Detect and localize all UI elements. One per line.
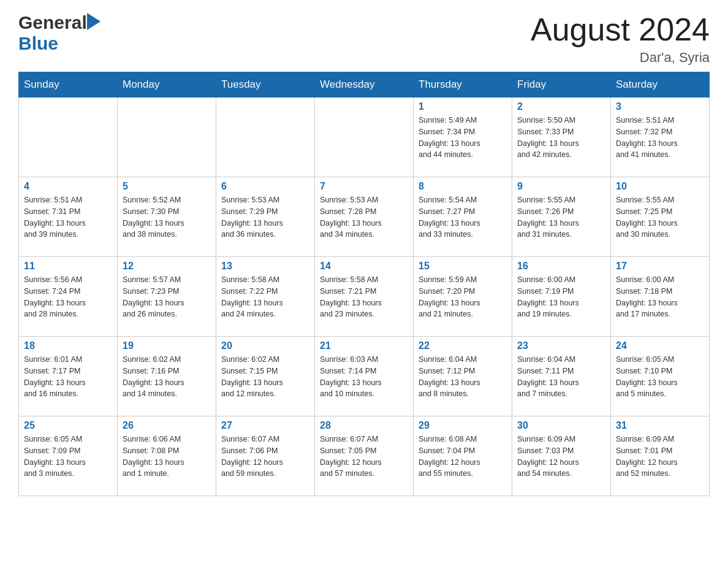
calendar-day-cell: 13Sunrise: 5:58 AM Sunset: 7:22 PM Dayli…: [216, 257, 315, 337]
calendar-day-cell: 26Sunrise: 6:06 AM Sunset: 7:08 PM Dayli…: [118, 416, 216, 496]
day-number: 27: [221, 420, 309, 431]
day-number: 20: [221, 340, 309, 351]
logo-blue-text: Blue: [18, 33, 58, 54]
day-info: Sunrise: 6:09 AM Sunset: 7:01 PM Dayligh…: [616, 434, 704, 480]
calendar-day-cell: [118, 98, 216, 177]
day-info: Sunrise: 6:02 AM Sunset: 7:16 PM Dayligh…: [123, 354, 211, 400]
calendar-day-cell: 8Sunrise: 5:54 AM Sunset: 7:27 PM Daylig…: [414, 177, 512, 257]
day-info: Sunrise: 6:00 AM Sunset: 7:18 PM Dayligh…: [616, 274, 704, 320]
calendar-header-saturday: Saturday: [611, 72, 710, 98]
day-info: Sunrise: 5:53 AM Sunset: 7:29 PM Dayligh…: [221, 194, 309, 240]
page-header: General Blue August 2024 Dar'a, Syria: [18, 12, 710, 66]
calendar-week-2: 4Sunrise: 5:51 AM Sunset: 7:31 PM Daylig…: [19, 177, 710, 257]
calendar-header-wednesday: Wednesday: [315, 72, 414, 98]
calendar-day-cell: 1Sunrise: 5:49 AM Sunset: 7:34 PM Daylig…: [414, 98, 512, 177]
calendar-day-cell: 11Sunrise: 5:56 AM Sunset: 7:24 PM Dayli…: [19, 257, 118, 337]
day-number: 26: [123, 420, 211, 431]
day-number: 8: [419, 181, 507, 192]
day-info: Sunrise: 5:59 AM Sunset: 7:20 PM Dayligh…: [419, 274, 507, 320]
day-info: Sunrise: 5:55 AM Sunset: 7:25 PM Dayligh…: [616, 194, 704, 240]
day-number: 5: [123, 181, 211, 192]
logo-arrow-icon: [87, 13, 100, 30]
day-info: Sunrise: 5:57 AM Sunset: 7:23 PM Dayligh…: [123, 274, 211, 320]
calendar-day-cell: 30Sunrise: 6:09 AM Sunset: 7:03 PM Dayli…: [512, 416, 611, 496]
day-info: Sunrise: 5:51 AM Sunset: 7:32 PM Dayligh…: [616, 115, 704, 161]
day-number: 29: [419, 420, 507, 431]
day-info: Sunrise: 6:07 AM Sunset: 7:05 PM Dayligh…: [320, 434, 408, 480]
calendar-day-cell: 16Sunrise: 6:00 AM Sunset: 7:19 PM Dayli…: [512, 257, 611, 337]
day-info: Sunrise: 6:01 AM Sunset: 7:17 PM Dayligh…: [24, 354, 112, 400]
page-title: August 2024: [531, 12, 710, 47]
day-number: 30: [517, 420, 605, 431]
day-info: Sunrise: 6:03 AM Sunset: 7:14 PM Dayligh…: [320, 354, 408, 400]
calendar-header-friday: Friday: [512, 72, 611, 98]
day-number: 18: [24, 340, 112, 351]
day-number: 23: [517, 340, 605, 351]
calendar-day-cell: [216, 98, 315, 177]
day-info: Sunrise: 6:08 AM Sunset: 7:04 PM Dayligh…: [419, 434, 507, 480]
day-number: 9: [517, 181, 605, 192]
day-info: Sunrise: 5:56 AM Sunset: 7:24 PM Dayligh…: [24, 274, 112, 320]
calendar-day-cell: 14Sunrise: 5:58 AM Sunset: 7:21 PM Dayli…: [315, 257, 414, 337]
day-info: Sunrise: 6:09 AM Sunset: 7:03 PM Dayligh…: [517, 434, 605, 480]
calendar-day-cell: 27Sunrise: 6:07 AM Sunset: 7:06 PM Dayli…: [216, 416, 315, 496]
day-number: 16: [517, 261, 605, 272]
day-info: Sunrise: 5:54 AM Sunset: 7:27 PM Dayligh…: [419, 194, 507, 240]
day-number: 13: [221, 261, 309, 272]
day-number: 2: [517, 101, 605, 112]
day-number: 4: [24, 181, 112, 192]
calendar-header-monday: Monday: [118, 72, 216, 98]
calendar-day-cell: 24Sunrise: 6:05 AM Sunset: 7:10 PM Dayli…: [611, 337, 710, 416]
day-number: 10: [616, 181, 704, 192]
day-number: 21: [320, 340, 408, 351]
day-info: Sunrise: 5:52 AM Sunset: 7:30 PM Dayligh…: [123, 194, 211, 240]
day-number: 6: [221, 181, 309, 192]
day-info: Sunrise: 5:58 AM Sunset: 7:22 PM Dayligh…: [221, 274, 309, 320]
day-info: Sunrise: 6:04 AM Sunset: 7:11 PM Dayligh…: [517, 354, 605, 400]
calendar-day-cell: 17Sunrise: 6:00 AM Sunset: 7:18 PM Dayli…: [611, 257, 710, 337]
calendar-day-cell: 25Sunrise: 6:05 AM Sunset: 7:09 PM Dayli…: [19, 416, 118, 496]
calendar-header-thursday: Thursday: [414, 72, 512, 98]
day-number: 22: [419, 340, 507, 351]
day-number: 19: [123, 340, 211, 351]
day-number: 17: [616, 261, 704, 272]
calendar-week-4: 18Sunrise: 6:01 AM Sunset: 7:17 PM Dayli…: [19, 337, 710, 416]
logo-general-text: General: [18, 12, 87, 33]
calendar-header-row: SundayMondayTuesdayWednesdayThursdayFrid…: [19, 72, 710, 98]
calendar-day-cell: 4Sunrise: 5:51 AM Sunset: 7:31 PM Daylig…: [19, 177, 118, 257]
calendar-day-cell: 6Sunrise: 5:53 AM Sunset: 7:29 PM Daylig…: [216, 177, 315, 257]
calendar-header-sunday: Sunday: [19, 72, 118, 98]
calendar-day-cell: 29Sunrise: 6:08 AM Sunset: 7:04 PM Dayli…: [414, 416, 512, 496]
day-number: 12: [123, 261, 211, 272]
day-number: 25: [24, 420, 112, 431]
calendar-day-cell: 15Sunrise: 5:59 AM Sunset: 7:20 PM Dayli…: [414, 257, 512, 337]
day-info: Sunrise: 5:53 AM Sunset: 7:28 PM Dayligh…: [320, 194, 408, 240]
calendar-day-cell: 23Sunrise: 6:04 AM Sunset: 7:11 PM Dayli…: [512, 337, 611, 416]
calendar-day-cell: 10Sunrise: 5:55 AM Sunset: 7:25 PM Dayli…: [611, 177, 710, 257]
day-number: 28: [320, 420, 408, 431]
calendar-day-cell: 12Sunrise: 5:57 AM Sunset: 7:23 PM Dayli…: [118, 257, 216, 337]
day-number: 14: [320, 261, 408, 272]
title-section: August 2024 Dar'a, Syria: [531, 12, 710, 66]
calendar-week-1: 1Sunrise: 5:49 AM Sunset: 7:34 PM Daylig…: [19, 98, 710, 177]
day-info: Sunrise: 5:51 AM Sunset: 7:31 PM Dayligh…: [24, 194, 112, 240]
calendar-day-cell: 9Sunrise: 5:55 AM Sunset: 7:26 PM Daylig…: [512, 177, 611, 257]
day-number: 3: [616, 101, 704, 112]
day-number: 1: [419, 101, 507, 112]
day-info: Sunrise: 6:07 AM Sunset: 7:06 PM Dayligh…: [221, 434, 309, 480]
calendar-week-3: 11Sunrise: 5:56 AM Sunset: 7:24 PM Dayli…: [19, 257, 710, 337]
calendar-week-5: 25Sunrise: 6:05 AM Sunset: 7:09 PM Dayli…: [19, 416, 710, 496]
calendar-day-cell: 5Sunrise: 5:52 AM Sunset: 7:30 PM Daylig…: [118, 177, 216, 257]
day-info: Sunrise: 6:06 AM Sunset: 7:08 PM Dayligh…: [123, 434, 211, 480]
day-info: Sunrise: 6:02 AM Sunset: 7:15 PM Dayligh…: [221, 354, 309, 400]
day-info: Sunrise: 5:58 AM Sunset: 7:21 PM Dayligh…: [320, 274, 408, 320]
calendar-day-cell: 7Sunrise: 5:53 AM Sunset: 7:28 PM Daylig…: [315, 177, 414, 257]
day-info: Sunrise: 6:00 AM Sunset: 7:19 PM Dayligh…: [517, 274, 605, 320]
page-subtitle: Dar'a, Syria: [531, 50, 710, 66]
calendar-day-cell: 31Sunrise: 6:09 AM Sunset: 7:01 PM Dayli…: [611, 416, 710, 496]
day-info: Sunrise: 6:05 AM Sunset: 7:09 PM Dayligh…: [24, 434, 112, 480]
calendar-day-cell: 22Sunrise: 6:04 AM Sunset: 7:12 PM Dayli…: [414, 337, 512, 416]
calendar-day-cell: 18Sunrise: 6:01 AM Sunset: 7:17 PM Dayli…: [19, 337, 118, 416]
day-info: Sunrise: 6:04 AM Sunset: 7:12 PM Dayligh…: [419, 354, 507, 400]
logo: General Blue: [18, 12, 100, 54]
